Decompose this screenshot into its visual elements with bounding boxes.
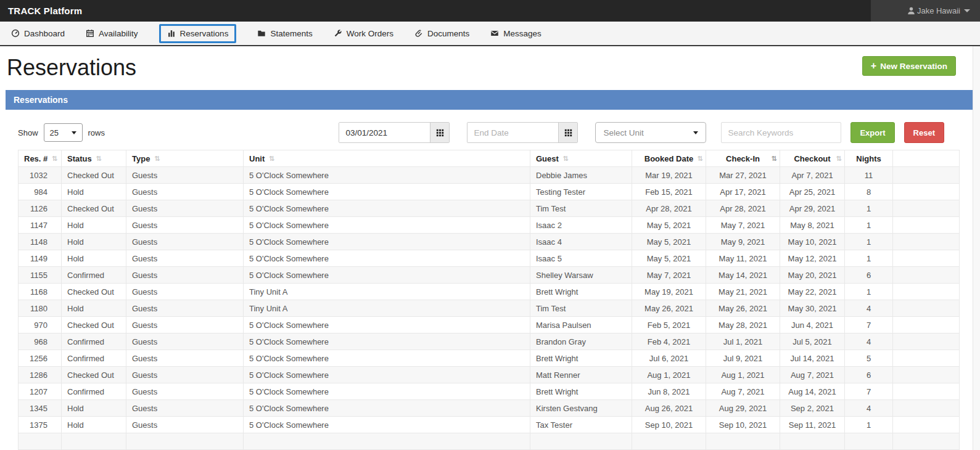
cell-empty <box>893 383 960 400</box>
page-head: Reservations + New Reservation <box>0 46 980 90</box>
cell-booked-date: May 5, 2021 <box>632 250 706 267</box>
new-reservation-button[interactable]: + New Reservation <box>862 56 956 76</box>
cell-empty <box>893 284 960 300</box>
cell-checkout: Sep 2, 2021 <box>780 400 845 417</box>
nav-item-work-orders[interactable]: Work Orders <box>334 25 393 43</box>
cell-booked-date: May 5, 2021 <box>632 217 706 234</box>
column-header-booked-date[interactable]: Booked Date⇅ <box>632 150 706 167</box>
cell-booked-date: May 7, 2021 <box>632 267 706 284</box>
cell-guest: Isaac 5 <box>530 250 632 267</box>
column-header-type[interactable]: Type⇅ <box>126 150 244 167</box>
show-label: Show <box>18 128 38 137</box>
cell-status: Checked Out <box>62 167 126 184</box>
table-row[interactable]: 984HoldGuests5 O'Clock SomewhereTesting … <box>19 184 960 200</box>
unit-select[interactable]: Select Unit <box>595 122 706 143</box>
cell-status: Hold <box>62 184 126 200</box>
table-row[interactable]: 1149HoldGuests5 O'Clock SomewhereIsaac 5… <box>19 250 960 267</box>
cell-guest: Tim Test <box>530 200 632 217</box>
cell-type: Guests <box>126 217 244 234</box>
nav-item-statements[interactable]: Statements <box>257 25 312 43</box>
cell-res-number: 968 <box>19 333 62 350</box>
cell-unit: 5 O'Clock Somewhere <box>244 383 530 400</box>
cell-status: Checked Out <box>62 367 126 383</box>
start-date-input[interactable] <box>339 123 430 142</box>
cell-guest: Debbie James <box>530 167 632 184</box>
cell-checkout: Jul 14, 2021 <box>780 350 845 367</box>
cell-empty <box>893 367 960 383</box>
chevron-down-icon <box>72 131 76 134</box>
table-row[interactable]: 1345HoldGuests5 O'Clock SomewhereKirsten… <box>19 400 960 417</box>
table-row[interactable]: 1256ConfirmedGuests5 O'Clock SomewhereBr… <box>19 350 960 367</box>
start-date-calendar-button[interactable] <box>430 123 449 142</box>
reservations-icon <box>167 29 176 38</box>
table-row[interactable]: 1207ConfirmedGuests5 O'Clock SomewhereBr… <box>19 383 960 400</box>
cell-unit: 5 O'Clock Somewhere <box>244 184 530 200</box>
cell-type: Guests <box>126 333 244 350</box>
cell-type: Guests <box>126 417 244 433</box>
cell-type: Guests <box>126 300 244 317</box>
cell-res-number: 1286 <box>19 367 62 383</box>
cell-booked-date: Mar 19, 2021 <box>632 167 706 184</box>
table-row[interactable]: 970Checked OutGuests5 O'Clock SomewhereM… <box>19 317 960 333</box>
nav-item-dashboard[interactable]: Dashboard <box>11 25 65 43</box>
cell-type: Guests <box>126 184 244 200</box>
cell-res-number: 1149 <box>19 250 62 267</box>
table-row[interactable]: 1155ConfirmedGuests5 O'Clock SomewhereSh… <box>19 267 960 284</box>
column-header-unit[interactable]: Unit⇅ <box>244 150 530 167</box>
sort-icon: ⇅ <box>269 155 274 163</box>
end-date-calendar-button[interactable] <box>558 123 577 142</box>
reset-button[interactable]: Reset <box>904 122 944 143</box>
cell-check-in: Sep 10, 2021 <box>706 417 780 433</box>
cell-checkout: Jul 5, 2021 <box>780 333 845 350</box>
cell-checkout: Aug 14, 2021 <box>780 383 845 400</box>
table-row[interactable]: 1032Checked OutGuests5 O'Clock Somewhere… <box>19 167 960 184</box>
cell-guest: Brett Wright <box>530 284 632 300</box>
cell-unit: 5 O'Clock Somewhere <box>244 417 530 433</box>
export-button[interactable]: Export <box>850 122 894 143</box>
cell-nights: 1 <box>845 417 893 433</box>
cell-check-in: Mar 27, 2021 <box>706 167 780 184</box>
cell-check-in: Apr 17, 2021 <box>706 184 780 200</box>
nav-item-reservations[interactable]: Reservations <box>159 24 237 43</box>
plus-icon: + <box>871 60 876 72</box>
cell-guest: Isaac 2 <box>530 217 632 234</box>
cell-status: Hold <box>62 217 126 234</box>
search-input[interactable] <box>721 122 841 143</box>
cell-check-in: Aug 7, 2021 <box>706 383 780 400</box>
cell-status: Hold <box>62 400 126 417</box>
cell-check-in: Jul 9, 2021 <box>706 350 780 367</box>
user-menu[interactable]: Jake Hawaii <box>871 0 980 22</box>
table-row[interactable]: 1375HoldGuests5 O'Clock SomewhereTax Tes… <box>19 417 960 433</box>
table-row[interactable]: 1180HoldGuestsTiny Unit ATim TestMay 26,… <box>19 300 960 317</box>
cell-guest: Matt Renner <box>530 367 632 383</box>
cell-status: Confirmed <box>62 350 126 367</box>
column-header-guest[interactable]: Guest⇅ <box>530 150 632 167</box>
table-row[interactable]: 1126Checked OutGuests5 O'Clock Somewhere… <box>19 200 960 217</box>
table-row[interactable]: 1147HoldGuests5 O'Clock SomewhereIsaac 2… <box>19 217 960 234</box>
column-header-check-in[interactable]: Check-In⇅ <box>706 150 780 167</box>
scrollbar[interactable] <box>973 46 980 450</box>
column-header-checkout[interactable]: Checkout⇅ <box>780 150 845 167</box>
column-header-status[interactable]: Status⇅ <box>62 150 126 167</box>
nav-item-documents[interactable]: Documents <box>414 25 469 43</box>
sort-icon: ⇅ <box>96 155 102 163</box>
cell-nights: 5 <box>845 350 893 367</box>
cell-booked-date: Sep 10, 2021 <box>632 417 706 433</box>
table-row[interactable]: 968ConfirmedGuests5 O'Clock SomewhereBra… <box>19 333 960 350</box>
cell-status: Hold <box>62 250 126 267</box>
cell-guest: Marisa Paulsen <box>530 317 632 333</box>
table-row[interactable]: 1286Checked OutGuests5 O'Clock Somewhere… <box>19 367 960 383</box>
column-header-res-[interactable]: Res. #⇅ <box>19 150 62 167</box>
cell-guest: Isaac 4 <box>530 234 632 250</box>
cell-guest: Testing Tester <box>530 184 632 200</box>
cell-nights: 1 <box>845 250 893 267</box>
user-name: Jake Hawaii <box>917 6 960 15</box>
cell-checkout: Apr 25, 2021 <box>780 184 845 200</box>
table-row[interactable]: 1168Checked OutGuestsTiny Unit ABrett Wr… <box>19 284 960 300</box>
nav-item-messages[interactable]: Messages <box>490 25 541 43</box>
page-size-select[interactable]: 25 <box>44 123 83 142</box>
cell-guest: Shelley Warsaw <box>530 267 632 284</box>
table-row[interactable]: 1148HoldGuests5 O'Clock SomewhereIsaac 4… <box>19 234 960 250</box>
end-date-input[interactable] <box>467 123 558 142</box>
nav-item-availability[interactable]: Availability <box>86 25 138 43</box>
